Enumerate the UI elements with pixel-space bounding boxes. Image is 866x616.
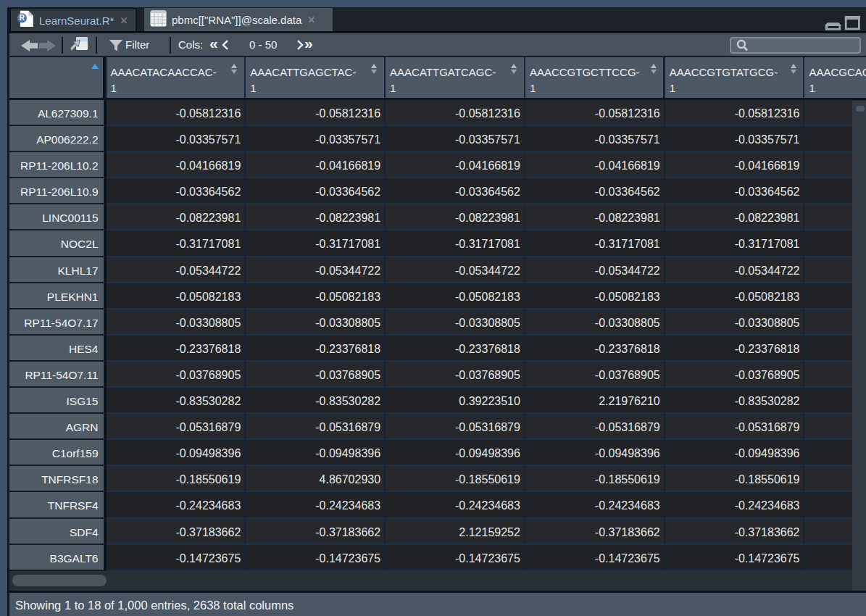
svg-text:R: R [20, 14, 25, 22]
